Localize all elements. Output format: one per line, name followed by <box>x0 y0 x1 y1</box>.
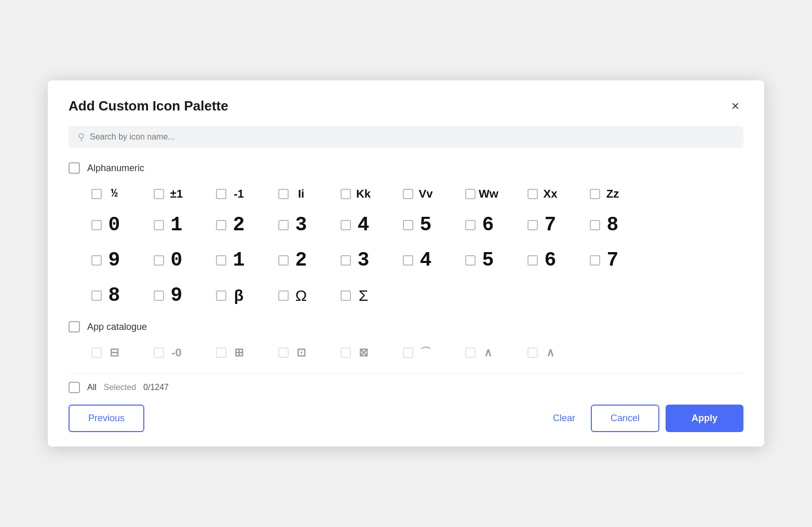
footer-bar: All Selected 0/1247 <box>69 373 743 393</box>
icon-glyph: -0 <box>167 347 186 358</box>
list-item: -1 <box>212 183 274 205</box>
all-label: All <box>87 383 97 392</box>
list-item: ⊞ <box>212 342 274 364</box>
icon-glyph: β <box>229 288 248 303</box>
section-alphanumeric-checkbox[interactable] <box>69 162 80 174</box>
icon-checkbox[interactable] <box>590 255 600 266</box>
icon-glyph: 8 <box>603 215 622 235</box>
list-item: 2 <box>274 245 336 275</box>
icon-glyph: Xx <box>541 188 560 200</box>
list-item: Σ <box>336 281 399 311</box>
icon-checkbox[interactable] <box>403 189 413 199</box>
right-actions: Clear Cancel Apply <box>544 405 743 432</box>
list-item: 0 <box>87 210 150 240</box>
icon-checkbox[interactable] <box>403 220 413 230</box>
icon-checkbox[interactable] <box>278 255 289 266</box>
search-input[interactable] <box>90 132 734 142</box>
icon-checkbox[interactable] <box>154 255 164 266</box>
icon-checkbox[interactable] <box>154 220 164 230</box>
icon-checkbox[interactable] <box>527 255 538 266</box>
icon-checkbox[interactable] <box>341 189 351 199</box>
list-item: ⊡ <box>274 342 336 364</box>
clear-button[interactable]: Clear <box>544 406 585 431</box>
previous-button[interactable]: Previous <box>69 405 144 432</box>
list-item: 4 <box>336 210 399 240</box>
icon-glyph: 5 <box>416 215 435 235</box>
icon-checkbox[interactable] <box>154 189 164 199</box>
dialog-title: Add Custom Icon Palette <box>69 98 228 114</box>
icon-grid-row-2: 0 1 2 3 4 5 6 7 <box>87 210 743 240</box>
icon-checkbox[interactable] <box>216 220 226 230</box>
list-item: 9 <box>150 281 212 311</box>
list-item: 7 <box>586 245 648 275</box>
dialog-header: Add Custom Icon Palette × <box>69 97 743 115</box>
section-app-catalogue-checkbox[interactable] <box>69 321 80 332</box>
list-item: -0 <box>150 342 212 364</box>
list-item: 8 <box>87 281 150 311</box>
list-item: 5 <box>461 245 523 275</box>
icon-glyph: Ww <box>479 188 498 200</box>
icon-glyph: 6 <box>541 251 560 270</box>
icon-checkbox <box>465 348 476 358</box>
icon-checkbox[interactable] <box>91 220 102 230</box>
icon-glyph: 8 <box>105 286 124 306</box>
icon-checkbox[interactable] <box>465 220 476 230</box>
icon-checkbox[interactable] <box>91 255 102 266</box>
icon-glyph: 3 <box>292 215 310 235</box>
icon-checkbox[interactable] <box>278 290 289 301</box>
icon-checkbox[interactable] <box>590 220 600 230</box>
icon-checkbox[interactable] <box>341 255 351 266</box>
icon-checkbox <box>91 348 102 358</box>
list-item: Ω <box>274 281 336 311</box>
section-alphanumeric-label: Alphanumeric <box>87 163 144 174</box>
icon-glyph: Ii <box>292 188 310 200</box>
list-item: 7 <box>523 210 586 240</box>
icon-glyph: 9 <box>167 286 186 306</box>
icon-glyph: ±1 <box>167 188 186 200</box>
icon-checkbox[interactable] <box>527 189 538 199</box>
icon-glyph: 1 <box>167 215 186 235</box>
icon-checkbox <box>216 348 226 358</box>
icon-checkbox[interactable] <box>341 220 351 230</box>
icon-glyph: Kk <box>354 188 373 200</box>
apply-button[interactable]: Apply <box>666 405 743 432</box>
selection-count: 0/1247 <box>143 383 169 392</box>
cancel-button[interactable]: Cancel <box>591 405 659 432</box>
icon-glyph: 4 <box>354 215 373 235</box>
icon-checkbox[interactable] <box>278 220 289 230</box>
icon-checkbox[interactable] <box>216 255 226 266</box>
list-item: Kk <box>336 183 399 205</box>
icon-checkbox[interactable] <box>216 189 226 199</box>
icon-glyph: 2 <box>229 215 248 235</box>
icon-checkbox[interactable] <box>341 290 351 301</box>
icon-glyph: 0 <box>105 215 124 235</box>
icon-glyph: ⊟ <box>105 347 124 358</box>
close-button[interactable]: × <box>727 97 743 115</box>
icon-glyph: 4 <box>416 251 435 270</box>
icon-checkbox[interactable] <box>91 189 102 199</box>
icon-checkbox[interactable] <box>154 290 164 301</box>
list-item: 6 <box>461 210 523 240</box>
icon-checkbox[interactable] <box>527 220 538 230</box>
list-item: Ii <box>274 183 336 205</box>
icon-checkbox[interactable] <box>216 290 226 301</box>
icon-checkbox[interactable] <box>465 189 476 199</box>
list-item: 1 <box>212 245 274 275</box>
icon-checkbox[interactable] <box>465 255 476 266</box>
icon-checkbox[interactable] <box>278 189 289 199</box>
icon-glyph: -1 <box>229 188 248 200</box>
icon-grid-row-1: ½ ±1 -1 Ii Kk Vv Ww Xx <box>87 183 743 205</box>
icon-glyph: Zz <box>603 188 622 200</box>
list-item: 4 <box>399 245 461 275</box>
list-item: ⊟ <box>87 342 150 364</box>
all-checkbox[interactable] <box>69 382 80 393</box>
icon-glyph: 3 <box>354 251 373 270</box>
icon-glyph: 0 <box>167 251 186 270</box>
icon-glyph: ∧ <box>479 347 497 358</box>
icon-checkbox[interactable] <box>91 290 102 301</box>
icon-checkbox <box>278 348 289 358</box>
icon-checkbox[interactable] <box>590 189 600 199</box>
icon-checkbox[interactable] <box>403 255 413 266</box>
icon-glyph: ⊠ <box>354 347 373 358</box>
search-icon: ⚲ <box>78 131 85 143</box>
